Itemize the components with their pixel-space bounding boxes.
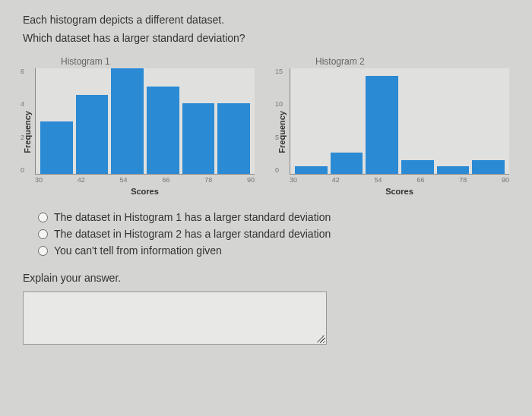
bar (217, 103, 250, 174)
bar (295, 166, 328, 174)
bar (437, 166, 470, 174)
bar (76, 95, 109, 174)
histogram-1: Histogram 1 Frequency 6 4 2 0 (23, 56, 255, 196)
explain-textarea[interactable] (23, 292, 327, 345)
option-label: The dataset in Histogram 1 has a larger … (54, 211, 331, 223)
y-ticks: 15 10 5 0 (275, 68, 283, 174)
bar (401, 160, 434, 174)
radio-icon (38, 229, 48, 239)
charts-row: Histogram 1 Frequency 6 4 2 0 (23, 56, 509, 196)
bar (331, 153, 363, 174)
plot-area-2: 15 10 5 0 (290, 68, 509, 175)
plot-area-1: 6 4 2 0 (35, 68, 255, 175)
histogram-2: Histogram 2 Frequency 15 10 5 0 (277, 56, 509, 196)
y-ticks: 6 4 2 0 (21, 68, 24, 174)
option-label: You can't tell from information given (54, 244, 222, 257)
option-label: The dataset in Histogram 2 has a larger … (54, 228, 331, 240)
intro-text: Each histogram depicts a different datas… (23, 14, 509, 26)
bar (147, 87, 179, 174)
x-ticks: 30 42 54 66 78 90 (35, 175, 255, 185)
x-axis-label: Scores (35, 187, 255, 196)
bar (182, 103, 215, 174)
chart-title: Histogram 2 (315, 56, 509, 67)
option-histogram-2[interactable]: The dataset in Histogram 2 has a larger … (38, 228, 509, 240)
chart-title: Histogram 1 (61, 56, 255, 67)
options-group: The dataset in Histogram 1 has a larger … (38, 211, 509, 257)
x-ticks: 30 42 54 66 78 90 (290, 175, 509, 185)
explain-label: Explain your answer. (23, 272, 509, 284)
radio-icon (38, 246, 48, 256)
radio-icon (38, 213, 48, 222)
bar (111, 68, 144, 174)
x-axis-label: Scores (290, 187, 509, 196)
bar (366, 76, 398, 174)
bar (472, 160, 505, 174)
option-cant-tell[interactable]: You can't tell from information given (38, 244, 509, 257)
option-histogram-1[interactable]: The dataset in Histogram 1 has a larger … (38, 211, 509, 223)
bar (40, 121, 73, 175)
question-text: Which dataset has a larger standard devi… (23, 32, 509, 44)
